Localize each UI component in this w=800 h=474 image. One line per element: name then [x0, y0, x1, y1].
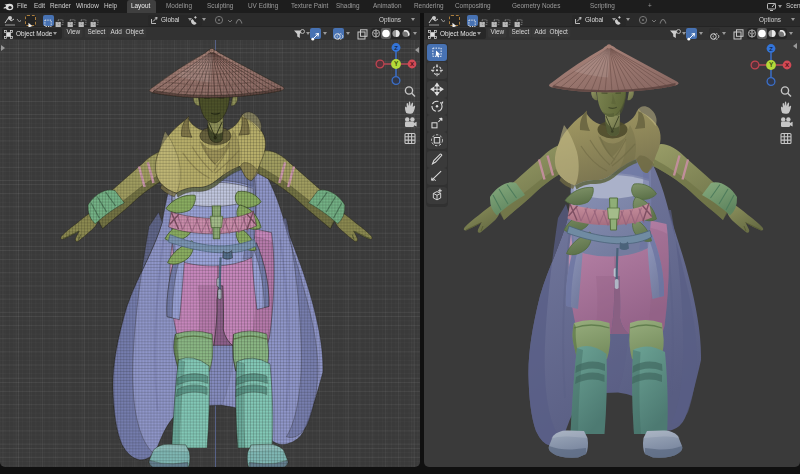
svg-text:Y: Y: [393, 60, 398, 67]
svg-text:X: X: [785, 62, 789, 68]
svg-text:Z: Z: [769, 45, 773, 51]
svg-text:Z: Z: [394, 45, 398, 51]
svg-text:Y: Y: [769, 61, 774, 68]
svg-text:X: X: [409, 61, 413, 67]
